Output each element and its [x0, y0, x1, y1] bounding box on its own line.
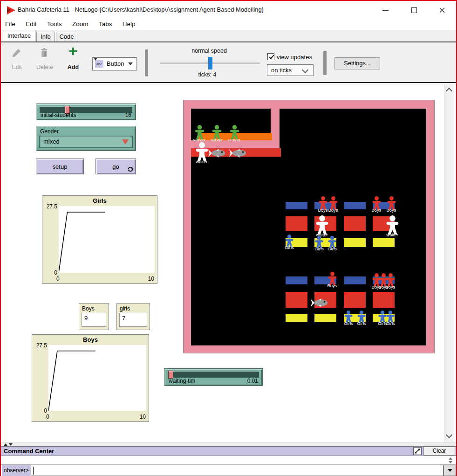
slider-value: 16	[125, 112, 131, 118]
boys-monitor: Boys 9	[79, 303, 109, 330]
command-center-output[interactable]	[1, 456, 456, 465]
command-center-splitter[interactable]	[1, 442, 456, 446]
table-red	[344, 216, 366, 231]
scroll-up-icon[interactable]	[446, 88, 452, 94]
plot-area	[48, 345, 146, 411]
plot-area	[59, 206, 155, 273]
agent-label: waiter	[178, 159, 225, 164]
x-axis-max: 10	[148, 276, 154, 282]
add-plus-icon[interactable]	[69, 47, 77, 55]
menu-bar: File Edit Tools Zoom Tabs Help	[1, 19, 456, 30]
y-axis-min: 0	[42, 269, 57, 276]
speed-slider-thumb[interactable]	[208, 57, 212, 69]
fish-agent	[310, 298, 329, 308]
clear-button[interactable]: Clear	[423, 447, 455, 455]
command-center-expand-button[interactable]	[413, 447, 422, 455]
close-button[interactable]	[435, 5, 449, 16]
girls-monitor: girls 7	[116, 303, 150, 330]
gender-chooser[interactable]: Gender mixed	[36, 126, 136, 151]
dropdown-arrow-icon	[448, 469, 452, 472]
edit-pencil-icon[interactable]	[12, 48, 21, 58]
view-updates-label: view updates	[277, 54, 319, 61]
monitor-label: girls	[120, 305, 130, 312]
checkmark-icon	[268, 53, 274, 59]
chooser-label: Gender	[40, 128, 59, 135]
world-canvas: serverserverserverwaiterBoysBoysBoysBoys…	[184, 100, 434, 353]
menu-zoom[interactable]: Zoom	[68, 19, 93, 28]
setup-button-label: setup	[53, 163, 68, 170]
menu-edit[interactable]: Edit	[21, 19, 41, 28]
menu-tabs[interactable]: Tabs	[95, 19, 116, 28]
monitor-value: 9	[84, 315, 88, 322]
girls-plot: Girls 27.5 0 0 10	[42, 195, 157, 284]
tab-code[interactable]: Code	[56, 32, 77, 41]
setup-button[interactable]: setup	[36, 159, 84, 174]
window-title: Bahria Cafeteria 11 - NetLogo {C:\Users\…	[18, 1, 264, 19]
chooser-box[interactable]: mixed	[39, 136, 133, 148]
tick-counter: ticks: 4	[186, 71, 228, 78]
slider-label: initial-students	[41, 112, 76, 118]
table-red	[344, 292, 366, 308]
settings-button[interactable]: Settings...	[334, 57, 380, 69]
monitor-value-box: 9	[82, 313, 106, 327]
y-axis-max: 27.5	[42, 203, 57, 210]
initial-students-slider[interactable]: initial-students 16	[36, 103, 136, 120]
dropdown-arrow-icon	[128, 62, 133, 65]
add-button-label[interactable]: Add	[63, 64, 83, 70]
plot-title: Boys	[32, 336, 149, 343]
speed-slider[interactable]	[160, 62, 260, 64]
maximize-button[interactable]	[407, 5, 421, 16]
update-mode-value: on ticks	[271, 67, 292, 74]
output-scroll-up-icon[interactable]	[449, 457, 452, 460]
tab-interface[interactable]: Interface	[3, 30, 35, 41]
plot-title: Girls	[42, 197, 157, 204]
slider-groove[interactable]	[168, 371, 259, 378]
agent-label: Boys	[310, 207, 356, 213]
widget-type-selected: Button	[107, 60, 124, 67]
agent-label: server	[211, 137, 258, 142]
table-blue	[286, 276, 307, 284]
interface-canvas: initial-students 16 Gender mixed setup g…	[1, 83, 456, 442]
menu-help[interactable]: Help	[118, 19, 140, 28]
widget-type-dropdown[interactable]: abc Button	[92, 57, 137, 70]
chooser-dropdown-icon	[122, 139, 129, 145]
text-caret	[33, 467, 34, 475]
slider-label: waiting-tim	[169, 378, 195, 384]
agent-label: Boys	[368, 207, 415, 213]
delete-button-label[interactable]: Delete	[33, 64, 57, 70]
toolbar-separator	[323, 51, 327, 75]
update-mode-dropdown[interactable]: on ticks	[267, 64, 314, 76]
toolbar-separator	[145, 49, 148, 76]
chooser-value: mixed	[43, 138, 60, 145]
output-scroll-down-icon[interactable]	[449, 461, 452, 463]
command-input[interactable]	[31, 465, 443, 476]
y-axis-max: 27.5	[32, 342, 47, 349]
monitor-label: Boys	[82, 305, 95, 312]
scroll-down-icon[interactable]	[446, 432, 452, 438]
title-bar: Bahria Cafeteria 11 - NetLogo {C:\Users\…	[1, 1, 456, 19]
splitter-up-icon[interactable]	[4, 443, 7, 446]
splitter-down-icon[interactable]	[9, 443, 13, 446]
view-updates-checkbox[interactable]	[267, 53, 274, 60]
agent-label: Girls	[367, 321, 414, 326]
delete-trash-icon[interactable]	[40, 47, 48, 58]
slider-value: 0.01	[247, 378, 258, 384]
table-yellow	[286, 314, 307, 322]
agent-label: Girls	[309, 246, 355, 251]
edit-button-label[interactable]: Edit	[7, 64, 27, 70]
netlogo-window: Bahria Cafeteria 11 - NetLogo {C:\Users\…	[0, 0, 457, 476]
boys-plot: Boys 27.5 0 0 10	[32, 334, 149, 422]
menu-tools[interactable]: Tools	[43, 19, 66, 28]
tab-info[interactable]: Info	[36, 32, 55, 41]
minimize-button[interactable]	[378, 5, 392, 16]
world-view[interactable]: serverserverserverwaiterBoysBoysBoysBoys…	[183, 100, 435, 353]
command-history-dropdown[interactable]	[443, 465, 456, 476]
agent-label: Boys	[309, 283, 355, 288]
command-input-row: observer>	[1, 465, 456, 476]
menu-file[interactable]: File	[1, 19, 20, 28]
waiting-time-slider[interactable]: waiting-tim 0.01	[164, 368, 263, 386]
vertical-scrollbar[interactable]	[444, 84, 454, 442]
tab-bar: Interface Info Code	[1, 30, 456, 42]
speed-slider-label: normal speed	[183, 48, 236, 54]
go-button[interactable]: go	[95, 159, 136, 174]
